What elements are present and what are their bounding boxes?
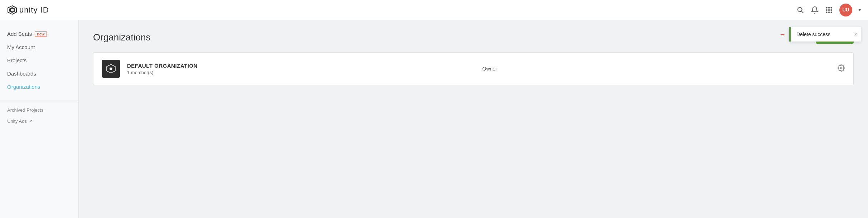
organization-card: DEFAULT ORGANIZATION 1 member(s) Owner — [93, 52, 854, 85]
avatar-button[interactable]: UU — [839, 4, 852, 16]
page-layout: Add Seats new My Account Projects Dashbo… — [0, 20, 868, 218]
sidebar: Add Seats new My Account Projects Dashbo… — [0, 20, 79, 218]
toast-arrow-icon: → — [779, 31, 786, 38]
svg-rect-5 — [826, 7, 828, 8]
sidebar-item-dashboards[interactable]: Dashboards — [0, 67, 78, 80]
org-info: DEFAULT ORGANIZATION 1 member(s) — [127, 63, 475, 75]
header-icons: UU ▾ — [796, 4, 861, 16]
search-icon[interactable] — [796, 6, 804, 14]
sidebar-label-unity-ads: Unity Ads — [7, 118, 27, 124]
svg-rect-6 — [828, 7, 830, 8]
sidebar-label-add-seats: Add Seats — [7, 31, 32, 37]
section-header: Organizations + Add new — [93, 31, 854, 44]
svg-rect-9 — [828, 9, 830, 11]
org-role: Owner — [483, 66, 831, 72]
svg-rect-10 — [831, 9, 832, 11]
toast-message: Delete success — [796, 32, 830, 37]
avatar-chevron-icon[interactable]: ▾ — [859, 8, 861, 13]
toast-close-button[interactable]: × — [854, 31, 857, 38]
logo-id: ID — [40, 5, 49, 14]
sidebar-item-archived-projects[interactable]: Archived Projects — [0, 105, 78, 116]
logo-unity: unity — [19, 5, 38, 14]
org-members: 1 member(s) — [127, 70, 475, 75]
org-logo — [102, 60, 120, 78]
sidebar-item-projects[interactable]: Projects — [0, 54, 78, 67]
logo-text: unity ID — [19, 5, 49, 15]
org-settings-icon[interactable] — [838, 64, 845, 73]
svg-rect-7 — [831, 7, 832, 8]
svg-point-3 — [798, 7, 802, 11]
sidebar-item-add-seats[interactable]: Add Seats new — [0, 27, 78, 40]
notifications-icon[interactable] — [811, 6, 819, 14]
toast-container: → Delete success × — [779, 27, 861, 42]
sidebar-label-projects: Projects — [7, 57, 26, 63]
header: unity ID UU ▾ — [0, 0, 868, 20]
svg-rect-13 — [831, 11, 832, 13]
svg-rect-8 — [826, 9, 828, 11]
sidebar-bottom-section: Archived Projects Unity Ads ↗ — [0, 101, 78, 127]
org-logo-icon — [106, 63, 116, 74]
svg-point-17 — [840, 67, 842, 69]
svg-rect-12 — [828, 11, 830, 13]
main-content: → Delete success × Organizations + Add n… — [79, 20, 868, 218]
org-name: DEFAULT ORGANIZATION — [127, 63, 475, 69]
external-link-icon: ↗ — [29, 119, 32, 123]
gear-icon — [838, 64, 845, 72]
svg-line-4 — [801, 11, 803, 13]
sidebar-item-unity-ads[interactable]: Unity Ads ↗ — [0, 116, 78, 127]
unity-logo-icon — [7, 5, 17, 15]
apps-icon[interactable] — [825, 6, 833, 14]
toast-notification: Delete success × — [789, 27, 861, 42]
sidebar-item-my-account[interactable]: My Account — [0, 40, 78, 54]
sidebar-label-archived-projects: Archived Projects — [7, 107, 43, 113]
svg-rect-11 — [826, 11, 828, 13]
page-title: Organizations — [93, 32, 150, 43]
sidebar-label-organizations: Organizations — [7, 84, 40, 90]
sidebar-label-my-account: My Account — [7, 44, 35, 50]
unity-logo[interactable]: unity ID — [7, 5, 49, 15]
sidebar-label-dashboards: Dashboards — [7, 71, 36, 77]
sidebar-badge-new: new — [35, 31, 47, 37]
sidebar-item-organizations[interactable]: Organizations — [0, 80, 78, 93]
